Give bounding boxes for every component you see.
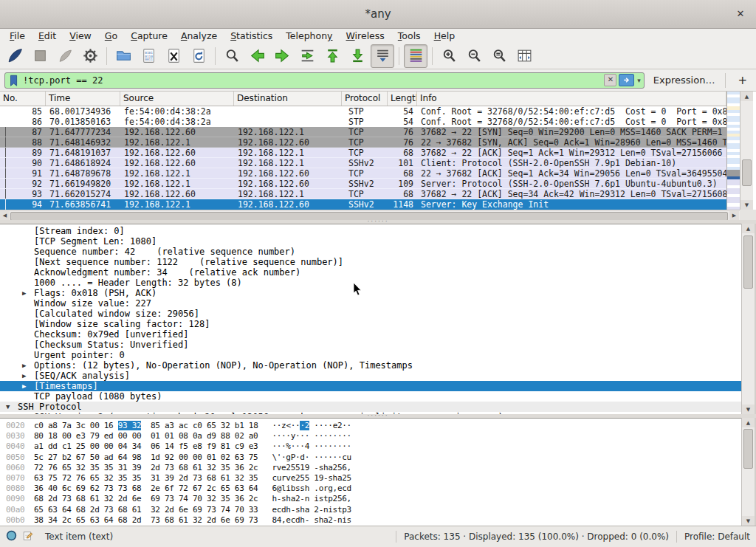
filter-dropdown-caret-icon[interactable]: ▾	[636, 77, 644, 84]
open-file-button[interactable]	[111, 44, 135, 68]
tree-collapsed-icon[interactable]: ▶	[22, 288, 26, 298]
reload-file-button[interactable]	[187, 44, 210, 68]
go-forward-button[interactable]	[270, 44, 294, 68]
scroll-down-button[interactable]: ▼	[742, 405, 755, 414]
menu-help[interactable]: Help	[427, 30, 462, 42]
expression-button[interactable]: Expression…	[653, 75, 715, 86]
packet-row-90[interactable]: 9071.648618924192.168.122.60192.168.122.…	[0, 158, 726, 168]
go-last-packet-button[interactable]	[346, 44, 369, 68]
hex-row[interactable]: 0050 5c 27 b2 67 50 ad 64 98 1d 92 00 00…	[6, 453, 741, 463]
filter-clear-button[interactable]: ✕	[604, 74, 616, 86]
hex-row[interactable]: 0060 72 76 65 32 35 35 31 39 2d 73 68 61…	[6, 463, 741, 473]
detail-line[interactable]: Checksum: 0x79ed [unverified]	[0, 329, 741, 340]
detail-line[interactable]: Urgent pointer: 0	[0, 350, 741, 360]
goto-packet-button[interactable]	[295, 44, 319, 68]
tree-collapsed-icon[interactable]: ▶	[22, 360, 26, 371]
hex-row[interactable]: 0030 80 18 00 e3 79 ed 00 00 01 01 08 0a…	[6, 431, 741, 441]
menu-view[interactable]: View	[63, 30, 98, 42]
start-capture-button[interactable]	[3, 44, 27, 68]
column-header-destination[interactable]: Destination	[234, 92, 342, 106]
packet-row-87[interactable]: 8771.647777234192.168.122.60192.168.122.…	[0, 127, 726, 137]
scroll-left-button[interactable]: ◀	[0, 211, 10, 220]
intelligent-scrollbar-minimap[interactable]	[726, 92, 740, 210]
scroll-up-button[interactable]: ▲	[742, 418, 755, 427]
hex-row[interactable]: 00a0 65 63 64 68 2d 73 68 61 32 2d 6e 69…	[6, 505, 741, 515]
menu-analyze[interactable]: Analyze	[174, 30, 224, 42]
column-header-no[interactable]: No.	[0, 92, 46, 106]
detail-line[interactable]: [Calculated window size: 29056]	[0, 309, 741, 319]
scroll-up-button[interactable]: ▲	[740, 92, 753, 101]
packet-row-85[interactable]: 8568.001734936fe:54:00:d4:38:2aSTP54Conf…	[0, 106, 726, 117]
detail-line[interactable]: ▶Flags: 0x018 (PSH, ACK)	[0, 288, 741, 298]
detail-line[interactable]: ▶[Timestamps]	[0, 381, 741, 391]
save-file-button[interactable]: 010101100011	[137, 44, 160, 68]
hex-row[interactable]: 0090 68 2d 73 68 61 32 2d 6e 69 73 74 70…	[6, 494, 741, 504]
vscroll-thumb[interactable]	[743, 235, 753, 289]
restart-capture-button[interactable]	[53, 44, 77, 68]
menu-telephony[interactable]: Telephony	[279, 30, 339, 42]
detail-line[interactable]: [Window size scaling factor: 128]	[0, 319, 741, 329]
column-header-protocol[interactable]: Protocol	[342, 92, 388, 106]
hex-row[interactable]: 0080 36 40 6c 69 62 73 73 68 2e 6f 72 67…	[6, 484, 741, 494]
detail-line[interactable]: Window size value: 227	[0, 298, 741, 309]
column-header-info[interactable]: Info	[417, 92, 726, 106]
menu-statistics[interactable]: Statistics	[224, 30, 279, 42]
filter-bookmark-icon[interactable]	[7, 74, 21, 87]
capture-comment-icon[interactable]	[23, 531, 33, 543]
find-packet-button[interactable]	[220, 44, 244, 68]
scroll-down-button[interactable]: ▼	[742, 516, 755, 526]
capture-options-button[interactable]	[78, 44, 102, 68]
column-header-length[interactable]: Length	[388, 92, 417, 106]
scroll-down-button[interactable]: ▼	[740, 200, 753, 210]
packet-row-93[interactable]: 9371.662015274192.168.122.60192.168.122.…	[0, 189, 726, 199]
column-header-source[interactable]: Source	[120, 92, 234, 106]
vscroll-thumb[interactable]	[743, 429, 753, 469]
detail-line[interactable]: 1000 .... = Header Length: 32 bytes (8)	[0, 278, 741, 288]
scroll-right-button[interactable]: ▶	[729, 211, 739, 220]
display-filter-input[interactable]: !tcp.port == 22 ✕ ▾	[4, 72, 645, 89]
autoscroll-toggle[interactable]	[371, 44, 394, 68]
tree-expanded-icon[interactable]: ▼	[6, 402, 10, 412]
menu-file[interactable]: File	[3, 30, 32, 42]
close-button[interactable]: ✕	[732, 0, 749, 28]
bytes-vscrollbar[interactable]: ▲▼	[741, 418, 755, 526]
menu-tools[interactable]: Tools	[391, 30, 427, 42]
column-header-time[interactable]: Time	[46, 92, 120, 106]
detail-line[interactable]: Sequence number: 42 (relative sequence n…	[0, 247, 741, 257]
tree-collapsed-icon[interactable]: ▶	[22, 381, 26, 391]
hex-row[interactable]: 0040 a1 dd c1 25 00 00 04 34 06 14 f5 e8…	[6, 441, 741, 452]
tree-collapsed-icon[interactable]: ▶	[22, 371, 26, 381]
menu-go[interactable]: Go	[98, 30, 124, 42]
zoom-original-button[interactable]	[487, 44, 511, 68]
add-filter-button[interactable]: +	[733, 74, 752, 87]
packet-row-88[interactable]: 8871.648146932192.168.122.1192.168.122.6…	[0, 137, 726, 148]
filter-text[interactable]: !tcp.port == 22	[23, 75, 103, 86]
detail-line[interactable]: ▼SSH Protocol	[0, 402, 741, 412]
details-vscrollbar[interactable]: ▲▼	[741, 224, 755, 414]
packet-list-vscrollbar[interactable]: ▲▼	[740, 92, 753, 210]
detail-line[interactable]: [TCP Segment Len: 1080]	[0, 236, 741, 247]
hex-row[interactable]: 0020 c0 a8 7a 3c 00 16 93 32 85 a3 ac c0…	[6, 421, 741, 431]
colorize-toggle[interactable]	[404, 44, 427, 68]
packet-row-94[interactable]: 9471.663856741192.168.122.1192.168.122.6…	[0, 199, 726, 210]
detail-line[interactable]: [Stream index: 0]	[0, 226, 741, 236]
resize-columns-button[interactable]	[512, 44, 536, 68]
expert-info-icon[interactable]	[6, 530, 17, 543]
packet-row-92[interactable]: 9271.661949820192.168.122.1192.168.122.6…	[0, 179, 726, 189]
menu-capture[interactable]: Capture	[124, 30, 174, 42]
go-first-packet-button[interactable]	[320, 44, 344, 68]
close-file-button[interactable]	[162, 44, 185, 68]
packet-row-86[interactable]: 8670.013850163fe:54:00:d4:38:2aSTP54Conf…	[0, 117, 726, 127]
detail-line[interactable]: [Checksum Status: Unverified]	[0, 340, 741, 350]
zoom-in-button[interactable]	[437, 44, 461, 68]
hex-row[interactable]: 00b0 38 34 2c 65 63 64 68 2d 73 68 61 32…	[6, 515, 741, 526]
detail-line[interactable]: ▶Options: (12 bytes), No-Operation (NOP)…	[0, 360, 741, 371]
scroll-up-button[interactable]: ▲	[742, 224, 755, 233]
filter-apply-button[interactable]	[619, 74, 634, 86]
stop-capture-button[interactable]	[28, 44, 52, 68]
detail-line[interactable]: ▶[SEQ/ACK analysis]	[0, 371, 741, 381]
vscroll-thumb[interactable]	[742, 159, 752, 186]
go-back-button[interactable]	[245, 44, 269, 68]
profile-label[interactable]: Profile: Default	[684, 531, 750, 542]
menu-wireless[interactable]: Wireless	[340, 30, 391, 42]
